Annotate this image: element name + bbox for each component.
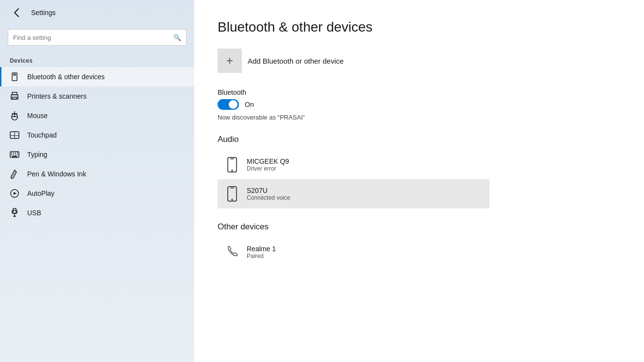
device-info-micgeek: MICGEEK Q9 Driver error [247, 157, 289, 172]
svg-rect-14 [11, 153, 12, 154]
device-item-realme[interactable]: Realme 1 Paired [218, 238, 490, 267]
touchpad-icon [10, 130, 19, 140]
sidebar-item-typing[interactable]: Typing [0, 145, 194, 164]
search-icon: 🔍 [173, 34, 181, 41]
svg-rect-1 [13, 74, 16, 75]
sidebar-item-mouse[interactable]: Mouse [0, 106, 194, 125]
device-item-micgeek[interactable]: MICGEEK Q9 Driver error [218, 150, 490, 179]
sidebar-item-pen[interactable]: Pen & Windows Ink [0, 164, 194, 184]
sidebar-item-usb[interactable]: USB [0, 203, 194, 223]
bluetooth-toggle[interactable] [218, 99, 239, 110]
plus-icon: + [226, 54, 233, 68]
device-name-realme: Realme 1 [247, 245, 276, 253]
device-info-s207u: S207U Connected voice [247, 187, 290, 201]
main-content: Bluetooth & other devices + Add Bluetoot… [194, 0, 644, 362]
sidebar-title: Settings [31, 9, 56, 17]
svg-rect-19 [13, 155, 14, 155]
search-input[interactable] [13, 34, 169, 41]
svg-rect-30 [230, 158, 234, 159]
touchpad-label: Touchpad [27, 131, 57, 139]
svg-rect-4 [12, 92, 17, 95]
add-device-label: Add Bluetooth or other device [248, 57, 344, 65]
sidebar-item-printers[interactable]: Printers & scanners [0, 86, 194, 106]
sidebar-header: Settings [0, 0, 194, 25]
device-name-micgeek: MICGEEK Q9 [247, 157, 289, 165]
autoplay-icon [10, 189, 19, 198]
typing-label: Typing [27, 151, 47, 158]
toggle-thumb [229, 100, 237, 109]
page-title: Bluetooth & other devices [218, 19, 621, 35]
sidebar-item-autoplay[interactable]: AutoPlay [0, 184, 194, 203]
bluetooth-icon [10, 72, 19, 82]
audio-section-title: Audio [218, 135, 621, 144]
back-button[interactable] [10, 6, 23, 19]
svg-point-34 [232, 199, 233, 201]
discoverable-text: Now discoverable as “PRASAI” [218, 114, 621, 121]
printers-label: Printers & scanners [27, 92, 86, 100]
device-phone-icon-realme [225, 243, 239, 261]
sidebar-item-touchpad[interactable]: Touchpad [0, 125, 194, 145]
svg-rect-17 [17, 153, 18, 154]
pen-label: Pen & Windows Ink [27, 170, 86, 178]
svg-rect-16 [15, 153, 16, 154]
svg-rect-21 [17, 155, 18, 155]
device-status-s207u: Connected voice [247, 194, 290, 201]
bluetooth-label: Bluetooth & other devices [27, 73, 105, 81]
svg-rect-5 [12, 97, 17, 99]
autoplay-label: AutoPlay [27, 190, 54, 197]
add-device-button[interactable]: + Add Bluetooth or other device [218, 49, 344, 73]
svg-rect-22 [12, 156, 17, 157]
svg-rect-18 [11, 155, 12, 155]
svg-rect-33 [230, 188, 234, 189]
mouse-icon [10, 111, 19, 121]
devices-section-label: Devices [0, 53, 194, 67]
toggle-state-label: On [245, 101, 254, 108]
device-name-s207u: S207U [247, 187, 290, 194]
search-box[interactable]: 🔍 [8, 29, 186, 46]
bluetooth-section-label: Bluetooth [218, 88, 621, 96]
device-phone-icon-s207u [225, 185, 239, 203]
bluetooth-toggle-row: On [218, 99, 621, 110]
sidebar: Settings 🔍 Devices Bluetooth & other dev… [0, 0, 194, 362]
device-status-micgeek: Driver error [247, 165, 289, 172]
pen-icon [10, 169, 19, 179]
device-item-s207u[interactable]: S207U Connected voice [218, 179, 490, 208]
svg-rect-15 [13, 153, 14, 154]
mouse-label: Mouse [27, 112, 48, 120]
device-status-realme: Paired [247, 253, 276, 259]
other-section-title: Other devices [218, 222, 621, 232]
svg-rect-2 [13, 75, 16, 76]
printer-icon [10, 91, 19, 101]
sidebar-item-bluetooth[interactable]: Bluetooth & other devices [0, 67, 194, 86]
keyboard-icon [10, 150, 19, 159]
svg-rect-20 [15, 155, 16, 155]
add-device-icon: + [218, 49, 242, 73]
svg-point-31 [232, 170, 233, 172]
device-phone-icon-micgeek [225, 156, 239, 173]
usb-label: USB [27, 209, 41, 217]
svg-rect-25 [13, 208, 16, 213]
device-info-realme: Realme 1 Paired [247, 245, 276, 259]
usb-icon [10, 208, 19, 218]
